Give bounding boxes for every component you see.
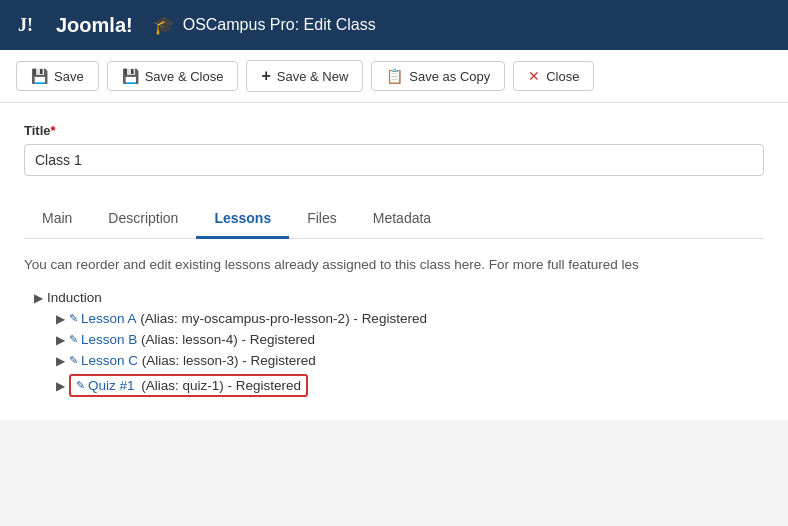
graduation-icon: 🎓 <box>153 14 175 36</box>
title-field-group: Title* <box>24 123 764 176</box>
save-label: Save <box>54 69 84 84</box>
save-new-icon: + <box>261 67 270 85</box>
lesson-b-link[interactable]: ✎ Lesson B <box>69 332 137 347</box>
tab-main[interactable]: Main <box>24 200 90 239</box>
lesson-c-link[interactable]: ✎ Lesson C <box>69 353 138 368</box>
save-button[interactable]: 💾 Save <box>16 61 99 91</box>
lesson-c-label: Lesson C <box>81 353 138 368</box>
quiz-1-link[interactable]: ✎ Quiz #1 <box>76 378 135 393</box>
save-close-button[interactable]: 💾 Save & Close <box>107 61 239 91</box>
edit-icon: ✎ <box>69 312 78 325</box>
tabs-container: Main Description Lessons Files Metadata <box>24 200 764 239</box>
save-close-label: Save & Close <box>145 69 224 84</box>
svg-text:J!: J! <box>18 15 33 35</box>
lesson-a-label: Lesson A <box>81 311 137 326</box>
edit-icon: ✎ <box>76 379 85 392</box>
arrow-icon: ▶ <box>56 379 65 393</box>
quiz-1-label: Quiz #1 <box>88 378 135 393</box>
category-label: Induction <box>47 290 102 305</box>
content-area: Title* Main Description Lessons Files Me… <box>0 103 788 420</box>
lesson-tree: ▶ Induction ▶ ✎ Lesson A (Alias: my-osca… <box>24 287 764 400</box>
navbar: J! Joomla! 🎓 OSCampus Pro: Edit Class <box>0 0 788 50</box>
save-new-label: Save & New <box>277 69 349 84</box>
close-icon: ✕ <box>528 68 540 84</box>
list-item: ▶ ✎ Lesson C (Alias: lesson-3) - Registe… <box>56 350 764 371</box>
lessons-info-text: You can reorder and edit existing lesson… <box>24 239 764 287</box>
save-new-button[interactable]: + Save & New <box>246 60 363 92</box>
close-label: Close <box>546 69 579 84</box>
page-heading: 🎓 OSCampus Pro: Edit Class <box>153 14 376 36</box>
quiz-1-suffix: (Alias: quiz-1) - Registered <box>138 378 302 393</box>
joomla-logo: J! Joomla! <box>16 11 133 39</box>
tab-files[interactable]: Files <box>289 200 355 239</box>
arrow-icon: ▶ <box>56 333 65 347</box>
save-copy-button[interactable]: 📋 Save as Copy <box>371 61 505 91</box>
page-title-text: OSCampus Pro: Edit Class <box>183 16 376 34</box>
save-copy-label: Save as Copy <box>409 69 490 84</box>
save-close-icon: 💾 <box>122 68 139 84</box>
edit-icon: ✎ <box>69 354 78 367</box>
tab-lessons[interactable]: Lessons <box>196 200 289 239</box>
save-copy-icon: 📋 <box>386 68 403 84</box>
quiz-highlighted-row: ✎ Quiz #1 (Alias: quiz-1) - Registered <box>69 374 308 397</box>
lesson-a-link[interactable]: ✎ Lesson A <box>69 311 137 326</box>
save-icon: 💾 <box>31 68 48 84</box>
list-item: ▶ ✎ Quiz #1 (Alias: quiz-1) - Registered <box>56 371 764 400</box>
toolbar: 💾 Save 💾 Save & Close + Save & New 📋 Sav… <box>0 50 788 103</box>
tree-category-induction: ▶ Induction <box>34 287 764 308</box>
lesson-c-suffix: (Alias: lesson-3) - Registered <box>138 353 316 368</box>
close-button[interactable]: ✕ Close <box>513 61 594 91</box>
tabs-list: Main Description Lessons Files Metadata <box>24 200 764 238</box>
arrow-icon: ▶ <box>34 291 43 305</box>
list-item: ▶ ✎ Lesson B (Alias: lesson-4) - Registe… <box>56 329 764 350</box>
arrow-icon: ▶ <box>56 312 65 326</box>
title-label: Title* <box>24 123 764 138</box>
lesson-b-label: Lesson B <box>81 332 137 347</box>
tab-metadata[interactable]: Metadata <box>355 200 449 239</box>
arrow-icon: ▶ <box>56 354 65 368</box>
list-item: ▶ ✎ Lesson A (Alias: my-oscampus-pro-les… <box>56 308 764 329</box>
lesson-a-suffix: (Alias: my-oscampus-pro-lesson-2) - Regi… <box>137 311 427 326</box>
tab-description[interactable]: Description <box>90 200 196 239</box>
title-input[interactable] <box>24 144 764 176</box>
lessons-panel: You can reorder and edit existing lesson… <box>24 239 764 400</box>
edit-icon: ✎ <box>69 333 78 346</box>
joomla-wordmark: Joomla! <box>56 14 133 37</box>
tree-children: ▶ ✎ Lesson A (Alias: my-oscampus-pro-les… <box>34 308 764 400</box>
lesson-b-suffix: (Alias: lesson-4) - Registered <box>137 332 315 347</box>
